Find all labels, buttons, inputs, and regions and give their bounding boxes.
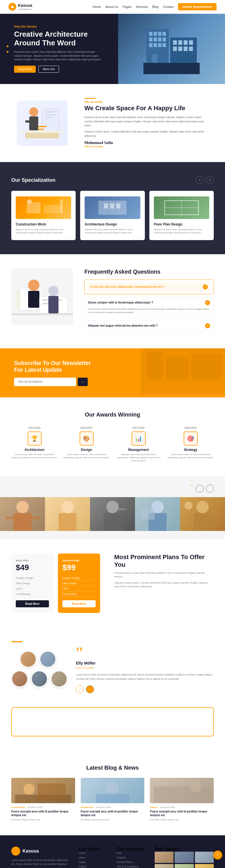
spec-prev[interactable]: ‹ bbox=[196, 176, 203, 184]
testimonials-section: " Elly Möller CEO & Founder Lorem ipsum … bbox=[0, 627, 225, 750]
faq-question-2[interactable]: Donec semper velit ut Scelerisque ullamc… bbox=[88, 300, 210, 305]
svg-rect-32 bbox=[38, 126, 46, 127]
nav-about[interactable]: About Us bbox=[106, 5, 118, 8]
nav-pages[interactable]: Pages bbox=[123, 5, 132, 8]
hero-primary-button[interactable]: Read More bbox=[14, 66, 36, 73]
about-text2: Aliquam a lorem quam. Aenean bibendum fe… bbox=[84, 130, 208, 138]
pricing-plans: Basic Plan $49 Graphic Design Fiber Desi… bbox=[11, 554, 100, 613]
plan-feature-2-2: Fiber Design bbox=[63, 581, 96, 586]
svg-rect-40 bbox=[61, 199, 63, 213]
hero-content: Only Our Service Creative Architecture A… bbox=[14, 25, 104, 73]
specialization-section: Our Specialization ‹ › Construction Work… bbox=[0, 162, 225, 254]
footer-service-terms[interactable]: Terms & Conditions bbox=[117, 865, 146, 868]
hero-outline-button[interactable]: More Info bbox=[39, 66, 59, 73]
footer-service-support[interactable]: Support bbox=[117, 856, 146, 859]
plan-btn-2[interactable]: Read Now bbox=[63, 600, 96, 607]
avatar-4[interactable] bbox=[31, 671, 48, 687]
blog-post-text-3: id porttitor torque tempus est bbox=[150, 818, 214, 821]
footer-logo-name: Kasuua bbox=[23, 848, 39, 854]
svg-point-84 bbox=[190, 781, 202, 792]
svg-point-50 bbox=[28, 280, 39, 291]
footer-link-about[interactable]: About bbox=[79, 856, 108, 859]
faq-question-1[interactable]: In non dui nisl nunc ullamcorper consequ… bbox=[88, 283, 210, 291]
footer-service-privacy[interactable]: Privacy Policy bbox=[117, 861, 146, 864]
gallery-thumb-4[interactable] bbox=[155, 864, 174, 868]
svg-marker-0 bbox=[11, 5, 14, 8]
faq-item-3[interactable]: Aliquam nisl augue vehicula leo pharetra… bbox=[84, 320, 214, 332]
newsletter-submit-button[interactable]: → bbox=[78, 378, 88, 386]
spec-card-title-2: Architecture Design bbox=[85, 222, 140, 226]
testimonial-prev[interactable]: ‹ bbox=[76, 685, 84, 693]
avatar-3[interactable] bbox=[11, 671, 28, 687]
spec-next[interactable]: › bbox=[206, 176, 214, 184]
logo-name: Kasuua bbox=[18, 3, 32, 8]
nav-blog[interactable]: Blog bbox=[152, 5, 158, 8]
faq-toggle-2[interactable]: + bbox=[205, 300, 210, 305]
nav-cta-button[interactable]: Online Appointment bbox=[178, 3, 217, 10]
footer-link-home[interactable]: Home bbox=[79, 851, 108, 855]
svg-rect-18 bbox=[189, 40, 193, 45]
gallery-thumb-3[interactable] bbox=[195, 851, 214, 863]
svg-rect-35 bbox=[20, 130, 65, 133]
faq-title: Frequently Asked Questions bbox=[84, 268, 214, 275]
avatar-1[interactable] bbox=[20, 651, 37, 668]
footer-service-faq[interactable]: FAQ bbox=[117, 851, 146, 855]
team-next[interactable]: › bbox=[206, 485, 214, 493]
newsletter-content: Subscribe To Our Newsletter For Latest U… bbox=[14, 360, 99, 386]
gallery-thumb-6[interactable] bbox=[195, 864, 214, 868]
blog-meta-3: Interior 22 March 2022 bbox=[150, 806, 214, 809]
spec-img-floorplan bbox=[154, 196, 209, 219]
svg-rect-19 bbox=[173, 46, 177, 51]
blog-post-title-2: Fusce suscipit arcu velit id porttitor t… bbox=[81, 810, 145, 817]
gallery-thumb-5[interactable] bbox=[175, 864, 193, 868]
nav-services[interactable]: Services bbox=[136, 5, 148, 8]
logo[interactable]: Kasuua Architecture bbox=[8, 3, 32, 11]
hero-arrow-up[interactable]: ▲ bbox=[6, 43, 9, 48]
blog-grid: Construction 22 March 2022 Fusce suscipi… bbox=[11, 778, 214, 821]
testimonial-next[interactable]: › bbox=[86, 685, 94, 693]
svg-rect-75 bbox=[193, 513, 212, 531]
avatar-2[interactable] bbox=[39, 651, 56, 668]
spec-nav: ‹ › bbox=[196, 176, 214, 184]
gallery-thumb-1[interactable] bbox=[155, 851, 174, 863]
faq-image bbox=[11, 268, 73, 324]
nav-contact[interactable]: Contact bbox=[163, 5, 174, 8]
svg-rect-15 bbox=[173, 40, 177, 45]
award-name-2: Design bbox=[81, 448, 92, 452]
newsletter-email-input[interactable] bbox=[14, 378, 76, 386]
footer-link-project[interactable]: Project bbox=[79, 865, 108, 868]
hero-arrow-down[interactable]: ▼ bbox=[6, 50, 9, 54]
team-prev[interactable]: ‹ bbox=[196, 485, 203, 493]
floating-help-button[interactable]: ? bbox=[213, 850, 222, 860]
plan-btn-1[interactable]: Read More bbox=[16, 600, 49, 607]
svg-point-55 bbox=[48, 286, 59, 296]
team-indicator bbox=[191, 485, 192, 486]
award-desc-2: Lorem ipsum dolor sit amet consectetur a… bbox=[63, 453, 110, 459]
plan-price-2: $99 bbox=[63, 563, 96, 572]
team-photo-5 bbox=[180, 497, 225, 531]
footer-gallery-col: Our Gallery bbox=[155, 846, 214, 868]
avatar-5[interactable] bbox=[51, 671, 68, 687]
nav-home[interactable]: Home bbox=[92, 5, 101, 8]
logo-tagline: Architecture bbox=[18, 8, 32, 11]
svg-rect-57 bbox=[11, 313, 73, 315]
footer-links-title: Our Links bbox=[79, 846, 108, 851]
faq-section: Frequently Asked Questions In non dui ni… bbox=[0, 254, 225, 348]
faq-item-2[interactable]: Donec semper velit ut Scelerisque ullamc… bbox=[84, 297, 214, 317]
blog-card-1: Construction 22 March 2022 Fusce suscipi… bbox=[11, 778, 75, 821]
blog-img-1 bbox=[11, 778, 75, 803]
faq-toggle-3[interactable]: + bbox=[205, 323, 210, 328]
gallery-thumb-2[interactable] bbox=[175, 851, 193, 863]
footer-link-pages[interactable]: Pages bbox=[79, 861, 108, 864]
faq-toggle-1[interactable]: + bbox=[203, 284, 208, 289]
spec-card-floorplan: Floor Plan Design Aliquam elit lorem vit… bbox=[149, 191, 214, 240]
faq-item-1[interactable]: In non dui nisl nunc ullamcorper consequ… bbox=[84, 280, 214, 294]
footer-about: Kasuua Lorem ipsum dolor sit amet consec… bbox=[11, 846, 70, 868]
blog-category-3: Interior bbox=[150, 806, 158, 809]
footer: Kasuua Lorem ipsum dolor sit amet consec… bbox=[0, 835, 225, 868]
svg-rect-69 bbox=[104, 513, 121, 531]
footer-logo-icon bbox=[11, 846, 20, 856]
faq-question-3[interactable]: Aliquam nisl augue vehicula leo pharetra… bbox=[88, 323, 210, 328]
blog-meta-2: Architecture 22 March 2022 bbox=[81, 806, 145, 809]
svg-rect-37 bbox=[27, 202, 41, 213]
